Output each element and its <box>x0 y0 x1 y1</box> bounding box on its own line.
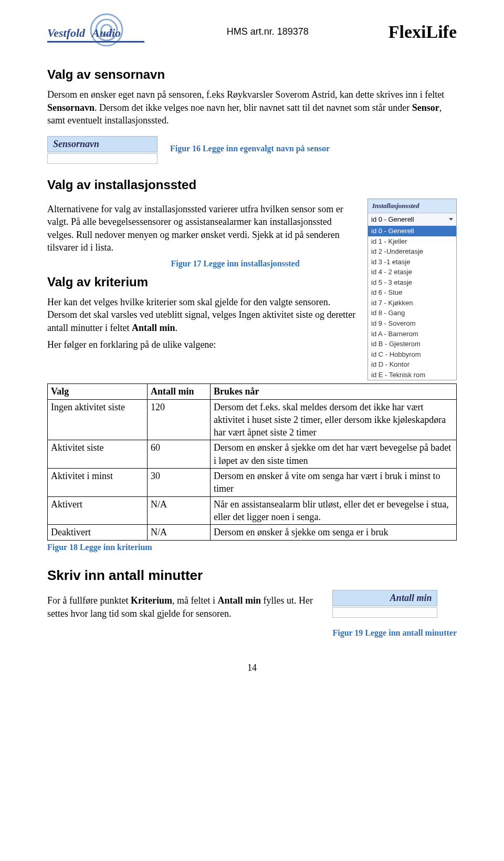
dropdown-selected-text: id 0 - Generell <box>371 215 414 224</box>
dropdown-option[interactable]: id 1 - Kjeller <box>368 236 456 247</box>
th-brukes-naar: Brukes når <box>211 384 457 399</box>
bold-kriterium: Kriterium <box>131 595 172 606</box>
sensornavn-widget: Sensornavn <box>47 136 158 163</box>
dropdown-option[interactable]: id B - Gjesterom <box>368 339 456 349</box>
th-valg: Valg <box>48 384 148 399</box>
sensornavn-input[interactable] <box>47 153 158 164</box>
dropdown-option[interactable]: id 0 - Generell <box>368 226 456 236</box>
dropdown-option[interactable]: id 6 - Stue <box>368 287 456 298</box>
cell-desc: Dersom en ønsker å sjekke om senga er i … <box>211 525 457 540</box>
sensornavn-label: Sensornavn <box>47 136 158 152</box>
dropdown-option[interactable]: id 9 - Soverom <box>368 318 456 329</box>
text: Her kan det velges hvilke kriterier som … <box>47 297 355 333</box>
cell-valg: Aktivert <box>48 496 148 525</box>
heading-valg-sensornavn: Valg av sensornavn <box>47 66 457 83</box>
para-sensornavn: Dersom en ønsker eget navn på sensoren, … <box>47 88 457 127</box>
table-row: Aktivert N/A Når en assistansealarm blir… <box>48 496 457 525</box>
dropdown-option[interactable]: id 2 -Underetasje <box>368 246 456 257</box>
cell-valg: Aktivitet siste <box>48 440 148 469</box>
page-header: Vestfold Audio HMS art.nr. 189378 FlexiL… <box>47 15 457 51</box>
bold-antall-min: Antall min <box>132 323 175 333</box>
antall-text: For å fullføre punktet Kriterium, må fel… <box>47 590 322 624</box>
table-row: Aktivitet siste 60 Dersom en ønsker å sj… <box>48 440 457 469</box>
kriterium-table: Valg Antall min Brukes når Ingen aktivit… <box>47 383 457 540</box>
text: Dersom en ønsker eget navn på sensoren, … <box>47 89 444 100</box>
page-number: 14 <box>47 661 457 674</box>
dropdown-option[interactable]: id 4 - 2 etasje <box>368 267 456 277</box>
heading-valg-installasjonssted: Valg av installasjonssted <box>47 177 457 193</box>
dropdown-selected[interactable]: id 0 - Generell <box>368 213 456 226</box>
logo: Vestfold Audio <box>47 15 147 51</box>
cell-antall: N/A <box>148 496 211 525</box>
dropdown-option[interactable]: id D - Kontor <box>368 359 456 370</box>
fig18-caption: Figur 18 Legge inn kriterium <box>47 542 457 553</box>
table-header-row: Valg Antall min Brukes når <box>48 384 457 399</box>
dropdown-option[interactable]: id 5 - 3 etasje <box>368 277 456 288</box>
cell-valg: Aktivitet i minst <box>48 469 148 497</box>
fig17-caption: Figur 17 Legge inn installasjonssted <box>110 258 360 269</box>
dropdown-option[interactable]: id 8 - Gang <box>368 308 456 318</box>
cell-desc: Når en assistansealarm blir utløst, elle… <box>211 496 457 525</box>
dropdown-option[interactable]: id 7 - Kjøkken <box>368 298 456 308</box>
table-row: Ingen aktivitet siste 120 Dersom det f.e… <box>48 399 457 440</box>
installasjonssted-dropdown[interactable]: Installasjonssted id 0 - Generell id 0 -… <box>368 199 457 380</box>
hms-artnr: HMS art.nr. 189378 <box>147 25 388 38</box>
bold-sensor: Sensor <box>412 102 439 113</box>
chevron-down-icon <box>449 218 453 221</box>
cell-valg: Ingen aktivitet siste <box>48 399 148 440</box>
para-install: Alternativene for valg av installasjonss… <box>47 203 360 254</box>
cell-antall: 30 <box>148 469 211 497</box>
logo-word2: Audio <box>92 25 121 41</box>
para-antall: For å fullføre punktet Kriterium, må fel… <box>47 594 322 620</box>
bold-sensornavn: Sensornavn <box>47 102 94 113</box>
table-row: Aktivitet i minst 30 Dersom en ønsker å … <box>48 469 457 497</box>
dropdown-title: Installasjonssted <box>368 199 456 213</box>
cell-antall: 120 <box>148 399 211 440</box>
fig16-caption: Figur 16 Legge inn egenvalgt navn på sen… <box>170 143 330 154</box>
bold-antall-min2: Antall min <box>217 595 261 606</box>
para-kriterium-2: Her følger en forklaring på de ulike val… <box>47 338 360 351</box>
dropdown-option[interactable]: id E - Teknisk rom <box>368 370 456 380</box>
section-install-body: Alternativene for valg av installasjonss… <box>47 199 457 380</box>
th-antall-min: Antall min <box>148 384 211 399</box>
dropdown-option[interactable]: id 3 -1 etasje <box>368 257 456 267</box>
install-left: Alternativene for valg av installasjonss… <box>47 199 360 355</box>
heading-skriv-antall: Skriv inn antall minutter <box>47 566 457 585</box>
dropdown-option[interactable]: id A - Barnerom <box>368 329 456 339</box>
dropdown-option[interactable]: id C - Hobbyrom <box>368 349 456 360</box>
antall-right: Antall min Figur 19 Legge inn antall min… <box>332 590 457 642</box>
table-row: Deaktivert N/A Dersom en ønsker å sjekke… <box>48 525 457 540</box>
cell-desc: Dersom det f.eks. skal meldes dersom det… <box>211 399 457 440</box>
logo-underline <box>47 41 144 43</box>
heading-valg-kriterium: Valg av kriterium <box>47 274 360 291</box>
figure16-row: Sensornavn Figur 16 Legge inn egenvalgt … <box>47 133 457 163</box>
fig19-caption: Figur 19 Legge inn antall minutter <box>332 627 457 639</box>
logo-word1: Vestfold <box>47 25 85 41</box>
antall-min-label: Antall min <box>332 590 437 606</box>
product-brand: FlexiLife <box>388 20 457 44</box>
cell-antall: 60 <box>148 440 211 469</box>
text: . Dersom det ikke velges noe navn her, b… <box>94 102 412 113</box>
antall-min-widget: Antall min <box>332 590 437 617</box>
antall-min-input[interactable] <box>332 607 437 618</box>
antall-row: For å fullføre punktet Kriterium, må fel… <box>47 590 457 642</box>
cell-valg: Deaktivert <box>48 525 148 540</box>
cell-desc: Dersom en ønsker å sjekke om det har vær… <box>211 440 457 469</box>
text: , må feltet i <box>172 595 217 606</box>
page: Vestfold Audio HMS art.nr. 189378 FlexiL… <box>0 0 504 861</box>
cell-antall: N/A <box>148 525 211 540</box>
text: For å fullføre punktet <box>47 595 131 606</box>
cell-desc: Dersom en ønsker å vite om senga har vær… <box>211 469 457 497</box>
para-kriterium: Her kan det velges hvilke kriterier som … <box>47 296 360 334</box>
text: . <box>175 323 177 333</box>
